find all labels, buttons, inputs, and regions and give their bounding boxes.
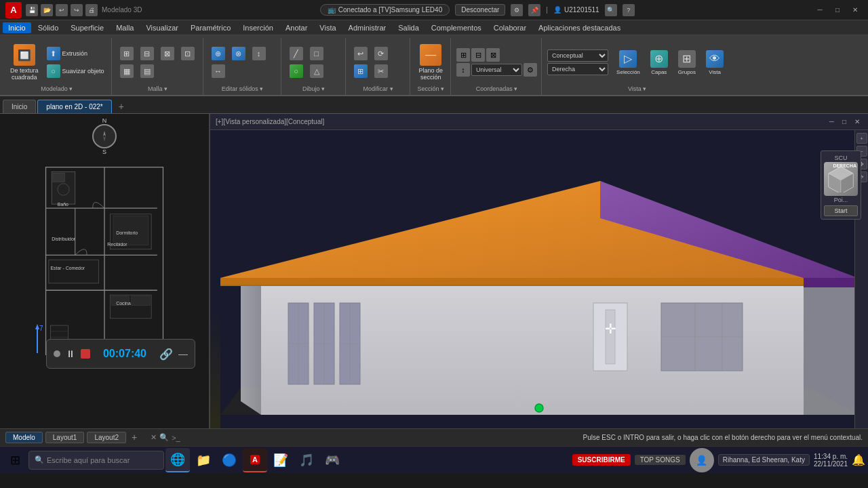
layout2-tab[interactable]: Layout2 bbox=[87, 432, 126, 443]
help-icon[interactable]: ? bbox=[623, 4, 635, 16]
ribbon-btn-malla4[interactable]: ⊡ bbox=[178, 45, 197, 62]
ribbon-btn-plano-seccion[interactable]: — Plano desección bbox=[416, 42, 447, 83]
command-icon-1[interactable]: ✕ bbox=[151, 433, 157, 442]
zoom-in-btn[interactable]: + bbox=[856, 133, 867, 144]
view-dropdown[interactable]: Derecha bbox=[547, 63, 608, 75]
taskbar-app-autocad[interactable]: A bbox=[243, 448, 267, 472]
coordenadas-content: ⊞ ⊟ ⊠ ↕ Universal ⚙ bbox=[456, 39, 537, 85]
menu-salida[interactable]: Salida bbox=[393, 22, 425, 33]
seccion-label: Sección ▾ bbox=[418, 85, 445, 94]
ribbon-btn-edit4[interactable]: ↔ bbox=[209, 63, 228, 79]
ucs-dropdown[interactable]: Universal bbox=[471, 64, 522, 76]
ribbon-btn-grupos[interactable]: ⊞ Grupos bbox=[675, 48, 699, 77]
menu-visualizar[interactable]: Visualizar bbox=[140, 22, 184, 33]
tab-inicio[interactable]: Inicio bbox=[3, 100, 36, 113]
viewport-3d: [+][Vista personalizada][Conceptual] ─ □… bbox=[210, 114, 868, 428]
ribbon-btn-malla3[interactable]: ⊠ bbox=[158, 45, 177, 62]
menu-vista[interactable]: Vista bbox=[314, 22, 341, 33]
edit2-icon: ⊗ bbox=[232, 47, 245, 60]
menu-complementos[interactable]: Complementos bbox=[426, 22, 487, 33]
nav-cube-3d[interactable]: DERECHA bbox=[824, 162, 858, 196]
minimize-button[interactable]: ─ bbox=[812, 4, 827, 16]
ribbon-btn-edit3[interactable]: ↕ bbox=[250, 45, 269, 62]
menu-anotar[interactable]: Anotar bbox=[280, 22, 313, 33]
menu-apps[interactable]: Aplicaciones destacadas bbox=[533, 22, 626, 33]
ribbon-btn-vista[interactable]: 👁 Vista bbox=[703, 48, 727, 77]
start-button[interactable]: ⊞ bbox=[3, 448, 27, 472]
recording-minimize[interactable]: — bbox=[178, 348, 188, 359]
notification-icon[interactable]: 🔔 bbox=[852, 453, 865, 466]
viewport-restore[interactable]: □ bbox=[840, 118, 849, 125]
scu-start-button[interactable]: Start bbox=[824, 205, 858, 216]
link-button[interactable]: 🔗 bbox=[159, 348, 173, 361]
add-layout-button[interactable]: + bbox=[129, 432, 140, 443]
command-icon-2[interactable]: 🔍 bbox=[159, 433, 169, 442]
taskbar-app-word[interactable]: 📝 bbox=[269, 448, 293, 472]
ribbon-btn-mod4[interactable]: ✂ bbox=[372, 63, 391, 79]
print-icon[interactable]: 🖨 bbox=[85, 4, 98, 16]
viewport-close[interactable]: ✕ bbox=[852, 118, 863, 125]
ribbon-btn-dibujo3[interactable]: ○ bbox=[287, 63, 306, 79]
search-icon[interactable]: 🔍 bbox=[605, 4, 617, 16]
undo-icon[interactable]: ↩ bbox=[56, 4, 68, 16]
viewport-minimize[interactable]: ─ bbox=[827, 118, 837, 125]
ribbon-btn-malla5[interactable]: ▦ bbox=[117, 63, 136, 79]
disconnect-button[interactable]: Desconectar bbox=[455, 4, 505, 16]
malla2-icon: ⊟ bbox=[140, 47, 154, 60]
model-tab[interactable]: Modelo bbox=[5, 432, 43, 443]
stop-button[interactable] bbox=[81, 349, 90, 359]
ribbon-btn-seleccion[interactable]: ▷ Selección bbox=[613, 48, 644, 77]
cube-right-label: DERECHA bbox=[833, 163, 856, 168]
menu-malla[interactable]: Malla bbox=[111, 22, 139, 33]
menu-insercion[interactable]: Inserción bbox=[237, 22, 279, 33]
tab-add-button[interactable]: + bbox=[113, 100, 130, 113]
save-icon[interactable]: 💾 bbox=[26, 4, 38, 16]
close-button[interactable]: ✕ bbox=[848, 4, 863, 16]
ribbon-btn-mod1[interactable]: ↩ bbox=[351, 45, 370, 62]
mod2-icon: ⟳ bbox=[374, 47, 388, 60]
ribbon-btn-malla2[interactable]: ⊟ bbox=[138, 45, 157, 62]
pause-button[interactable]: ⏸ bbox=[66, 348, 75, 359]
ribbon-btn-textura[interactable]: 🔲 De texturacuadrada bbox=[7, 42, 42, 83]
ribbon-btn-mod2[interactable]: ⟳ bbox=[372, 45, 391, 62]
taskbar-app-app2[interactable]: 🎮 bbox=[320, 448, 344, 472]
settings-icon[interactable]: ⚙ bbox=[511, 4, 523, 16]
menu-solido[interactable]: Sólido bbox=[33, 22, 64, 33]
windows-icon: ⊞ bbox=[10, 453, 20, 468]
taskbar-app-explorer[interactable]: 📁 bbox=[191, 448, 216, 472]
svg-rect-18 bbox=[49, 260, 98, 283]
ribbon-btn-capas[interactable]: ⊕ Capas bbox=[647, 48, 671, 77]
menu-inicio[interactable]: Inicio bbox=[3, 22, 31, 33]
ribbon-btn-edit2[interactable]: ⊗ bbox=[229, 45, 248, 62]
ribbon-btn-dibujo1[interactable]: ╱ bbox=[287, 45, 306, 62]
taskbar-app-chrome[interactable]: 🌐 bbox=[165, 448, 190, 472]
ribbon-btn-dibujo4[interactable]: △ bbox=[307, 63, 326, 79]
menu-superficie[interactable]: Superficie bbox=[65, 22, 109, 33]
pin-icon[interactable]: 📌 bbox=[528, 4, 540, 16]
ribbon-btn-malla6[interactable]: ▤ bbox=[138, 63, 157, 79]
command-icon-3[interactable]: >_ bbox=[172, 434, 180, 442]
song-info: Rihanna, Ed Sheeran, Katy bbox=[718, 454, 810, 466]
redo-icon[interactable]: ↪ bbox=[71, 4, 83, 16]
menu-colaborar[interactable]: Colaborar bbox=[488, 22, 532, 33]
maximize-button[interactable]: □ bbox=[830, 4, 845, 16]
open-icon[interactable]: 📂 bbox=[41, 4, 53, 16]
ribbon-btn-malla1[interactable]: ⊞ bbox=[117, 45, 136, 62]
layout1-tab[interactable]: Layout1 bbox=[45, 432, 85, 443]
taskbar-search[interactable]: 🔍 Escribe aquí para buscar bbox=[28, 451, 164, 470]
ribbon-btn-suavizar[interactable]: ○ Suavizar objeto bbox=[44, 63, 107, 79]
tab-plano[interactable]: plano en 2D - 022* bbox=[37, 100, 111, 113]
subscribe-button[interactable]: SUSCRIBIRME bbox=[572, 454, 631, 466]
taskbar-app-edge[interactable]: 🔵 bbox=[217, 448, 241, 472]
ribbon-btn-dibujo2[interactable]: □ bbox=[307, 45, 326, 62]
menu-parametrico[interactable]: Paramétrico bbox=[185, 22, 236, 33]
ribbon-group-modificar: ↩ ⟳ ⊞ ✂ Modificar ▾ bbox=[347, 38, 410, 95]
visual-style-dropdown[interactable]: Conceptual bbox=[547, 49, 608, 62]
modelado-label: Modelado ▾ bbox=[41, 85, 73, 94]
ribbon-btn-mod3[interactable]: ⊞ bbox=[351, 63, 370, 79]
taskbar-app-app1[interactable]: 🎵 bbox=[294, 448, 319, 472]
ribbon-btn-edit1[interactable]: ⊕ bbox=[209, 45, 228, 62]
menu-administrar[interactable]: Administrar bbox=[343, 22, 392, 33]
ribbon-group-vista: Conceptual Derecha ▷ Selección ⊕ bbox=[543, 38, 731, 95]
ribbon-btn-extrusion[interactable]: ⬆ Extrusión bbox=[44, 45, 107, 62]
